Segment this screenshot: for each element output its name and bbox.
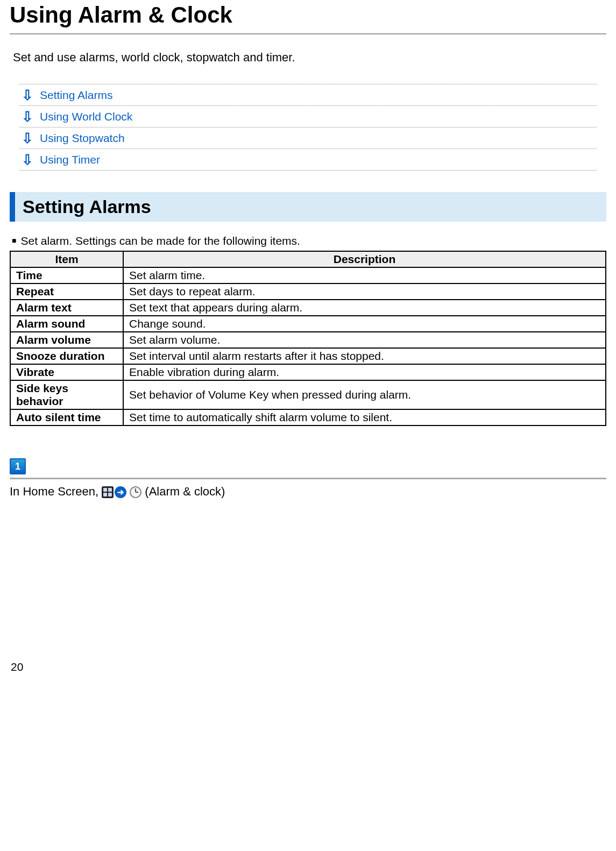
toc-link-label: Using World Clock xyxy=(40,110,132,123)
table-row: Alarm text Set text that appears during … xyxy=(10,300,606,316)
section-heading-setting-alarms: Setting Alarms xyxy=(10,192,606,222)
table-row: Snooze duration Set interval until alarm… xyxy=(10,348,606,364)
table-cell-description: Enable vibration during alarm. xyxy=(123,364,606,380)
table-cell-description: Set interval until alarm restarts after … xyxy=(123,348,606,364)
intro-text: Set and use alarms, world clock, stopwat… xyxy=(13,51,606,65)
table-cell-description: Set alarm time. xyxy=(123,267,606,283)
step-text-prefix: In Home Screen, xyxy=(10,485,102,498)
table-cell-item: Alarm text xyxy=(10,300,123,316)
table-row: Alarm sound Change sound. xyxy=(10,316,606,332)
page-number: 20 xyxy=(10,661,606,673)
table-row: Side keys behavior Set behavior of Volum… xyxy=(10,380,606,409)
step-instruction: In Home Screen, ➔ (Alarm & clock) xyxy=(10,485,606,499)
go-arrow-icon: ➔ xyxy=(114,485,126,499)
table-cell-item: Auto silent time xyxy=(10,409,123,426)
settings-table: Item Description Time Set alarm time. Re… xyxy=(10,251,606,426)
table-cell-item: Time xyxy=(10,267,123,283)
toc-item-stopwatch[interactable]: ⇩ Using Stopwatch xyxy=(19,127,597,149)
arrow-down-icon: ⇩ xyxy=(22,88,33,102)
table-header-description: Description xyxy=(123,251,606,267)
table-cell-item: Alarm volume xyxy=(10,332,123,348)
toc-item-setting-alarms[interactable]: ⇩ Setting Alarms xyxy=(19,84,597,106)
bullet-text: Set alarm. Settings can be made for the … xyxy=(20,235,300,247)
toc-item-timer[interactable]: ⇩ Using Timer xyxy=(19,149,597,171)
table-cell-description: Set time to automatically shift alarm vo… xyxy=(123,409,606,426)
toc-item-world-clock[interactable]: ⇩ Using World Clock xyxy=(19,106,597,127)
table-cell-item: Alarm sound xyxy=(10,316,123,332)
table-cell-description: Set behavior of Volume Key when pressed … xyxy=(123,380,606,409)
table-row: Auto silent time Set time to automatical… xyxy=(10,409,606,426)
apps-grid-icon xyxy=(102,485,114,499)
arrow-down-icon: ⇩ xyxy=(22,153,33,167)
table-row: Repeat Set days to repeat alarm. xyxy=(10,283,606,300)
bullet-intro: ■Set alarm. Settings can be made for the… xyxy=(12,235,606,247)
arrow-down-icon: ⇩ xyxy=(22,131,33,145)
page-title: Using Alarm & Clock xyxy=(10,0,606,28)
table-cell-description: Set days to repeat alarm. xyxy=(123,283,606,300)
toc-link-label: Using Timer xyxy=(40,153,100,166)
clock-icon xyxy=(126,485,141,499)
table-cell-description: Change sound. xyxy=(123,316,606,332)
title-divider xyxy=(10,33,606,34)
step-1: 1 In Home Screen, ➔ (Alarm & clock) xyxy=(10,458,606,499)
toc-link-label: Setting Alarms xyxy=(40,89,112,102)
table-row: Alarm volume Set alarm volume. xyxy=(10,332,606,348)
table-cell-item: Repeat xyxy=(10,283,123,300)
step-divider xyxy=(10,478,606,479)
table-cell-item: Side keys behavior xyxy=(10,380,123,409)
step-text-suffix: (Alarm & clock) xyxy=(145,485,225,498)
arrow-down-icon: ⇩ xyxy=(22,110,33,124)
step-number-badge: 1 xyxy=(10,458,26,474)
table-of-contents: ⇩ Setting Alarms ⇩ Using World Clock ⇩ U… xyxy=(19,84,597,171)
table-row: Time Set alarm time. xyxy=(10,267,606,283)
toc-link-label: Using Stopwatch xyxy=(40,132,125,145)
table-cell-item: Snooze duration xyxy=(10,348,123,364)
table-cell-description: Set text that appears during alarm. xyxy=(123,300,606,316)
table-cell-item: Vibrate xyxy=(10,364,123,380)
table-header-item: Item xyxy=(10,251,123,267)
table-cell-description: Set alarm volume. xyxy=(123,332,606,348)
bullet-square-icon: ■ xyxy=(12,236,16,245)
table-row: Vibrate Enable vibration during alarm. xyxy=(10,364,606,380)
